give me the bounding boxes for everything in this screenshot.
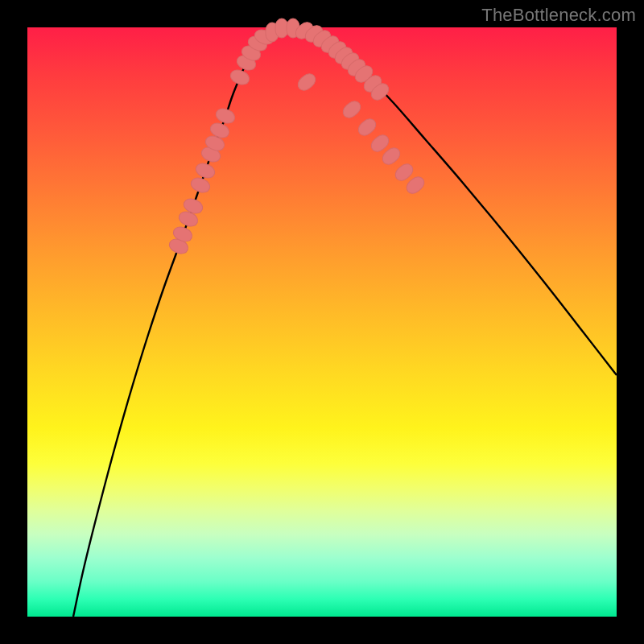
marker-points-group (167, 19, 427, 256)
marker-point (295, 71, 319, 93)
marker-point (229, 68, 251, 87)
watermark-text: TheBottleneck.com (481, 5, 636, 26)
marker-point (214, 106, 237, 126)
marker-point (341, 98, 364, 121)
outer-frame: TheBottleneck.com (0, 0, 644, 644)
marker-point (356, 116, 379, 138)
chart-overlay (27, 27, 617, 617)
marker-point (194, 161, 217, 180)
marker-point (189, 175, 212, 195)
